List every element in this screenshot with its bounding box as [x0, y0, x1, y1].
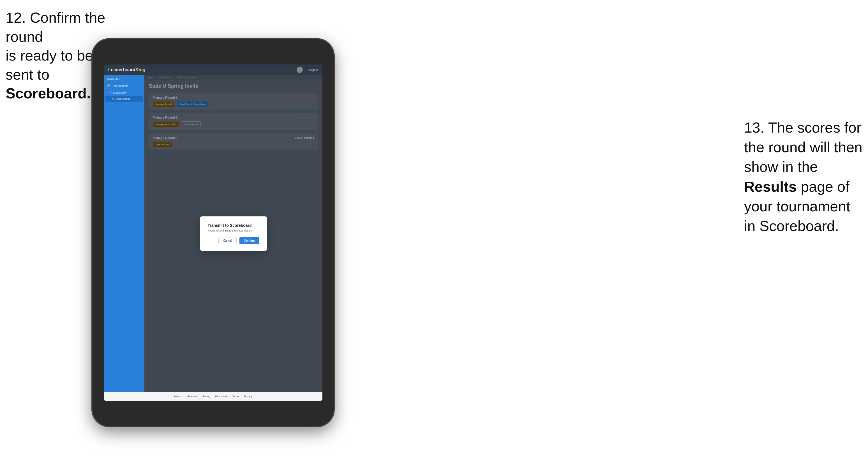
sidebar-menu-label: MAIN MENU	[104, 78, 145, 82]
plus-icon: +	[110, 91, 111, 94]
instruction-line1: 12. Confirm the round	[6, 9, 105, 45]
footer-privacy[interactable]: Privacy	[244, 395, 253, 398]
avatar	[297, 67, 303, 73]
footer-terms[interactable]: Terms	[232, 395, 240, 398]
main-area: MAIN MENU 🏆 Tournaments + Create New ✏️ …	[104, 75, 322, 392]
cancel-button[interactable]: Cancel	[218, 237, 237, 244]
transmit-modal: Transmit to Scoreboard Ready to send thi…	[200, 216, 267, 251]
trophy-icon: 🏆	[107, 84, 111, 88]
nav-right: → Sign In	[297, 67, 318, 73]
footer: Product Features Pricing Resources Terms…	[104, 392, 322, 401]
sign-in-button[interactable]: → Sign In	[306, 68, 318, 71]
tablet-screen: LeaderboardKing → Sign In MAIN MENU 🏆 To…	[104, 64, 322, 401]
logo-text: LeaderboardKing	[108, 67, 145, 72]
sidebar-item-create-new[interactable]: + Create New	[104, 90, 145, 96]
modal-buttons: Cancel Confirm	[208, 237, 259, 244]
footer-pricing[interactable]: Pricing	[203, 395, 210, 398]
logo-area: LeaderboardKing	[108, 67, 145, 72]
footer-resources[interactable]: Resources	[215, 395, 227, 398]
sidebar-tournaments-label: Tournaments	[112, 84, 128, 88]
instruction-line2: is ready to be sent to	[6, 48, 93, 83]
sidebar-edit-existing-label: Edit Existing	[116, 98, 130, 100]
sidebar: MAIN MENU 🏆 Tournaments + Create New ✏️ …	[104, 75, 145, 392]
footer-product[interactable]: Product	[174, 395, 182, 398]
edit-icon: ✏️	[112, 98, 115, 100]
instruction-right: 13. The scores forthe round will thensho…	[744, 118, 862, 236]
sidebar-item-edit-existing[interactable]: ✏️ Edit Existing	[105, 96, 143, 102]
modal-overlay: Transmit to Scoreboard Ready to send thi…	[145, 75, 322, 392]
instruction-bold: Scoreboard.	[6, 85, 91, 101]
top-navbar: LeaderboardKing → Sign In	[104, 64, 322, 75]
modal-title: Transmit to Scoreboard	[208, 223, 259, 228]
modal-subtitle: Ready to send this round to Scoreboard?	[208, 229, 259, 232]
tablet-device: LeaderboardKing → Sign In MAIN MENU 🏆 To…	[93, 39, 334, 426]
confirm-button[interactable]: Confirm	[240, 237, 259, 244]
content-area: Home / Tournaments / State U Spring Invi…	[145, 75, 322, 392]
footer-features[interactable]: Features	[187, 395, 197, 398]
results-bold: Results	[744, 179, 797, 195]
sidebar-create-new-label: Create New	[113, 91, 126, 94]
sidebar-item-tournaments[interactable]: 🏆 Tournaments	[104, 82, 145, 90]
